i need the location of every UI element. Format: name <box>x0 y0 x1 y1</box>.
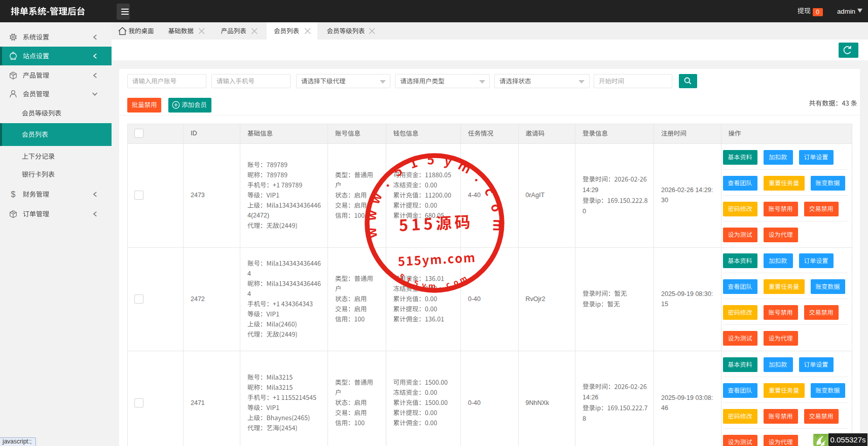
svg-text:$: $ <box>11 190 16 199</box>
